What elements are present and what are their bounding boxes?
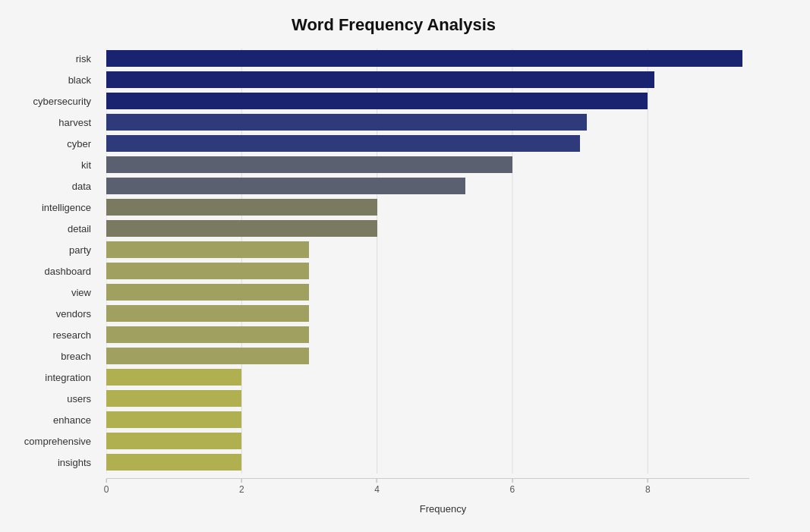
- bar-label: kit: [8, 159, 99, 171]
- bar-label: users: [8, 393, 99, 405]
- bar: [106, 220, 377, 237]
- bar: [106, 50, 742, 67]
- bar-label: vendors: [8, 308, 99, 320]
- bar: [106, 390, 241, 407]
- tick-label: 8: [645, 484, 651, 495]
- bar-label: integration: [8, 372, 99, 383]
- bar-label: intelligence: [8, 202, 99, 213]
- bar-row: black: [106, 70, 749, 90]
- bar-label: dashboard: [8, 266, 99, 277]
- bar: [106, 93, 648, 109]
- bar-label: detail: [8, 223, 99, 235]
- bar: [106, 263, 309, 279]
- x-axis-label: Frequency: [106, 503, 780, 515]
- bar-label: data: [8, 181, 99, 192]
- bar-row: vendors: [106, 304, 749, 323]
- bar-row: integration: [106, 367, 749, 387]
- tick-label: 0: [104, 484, 109, 495]
- bar: [106, 241, 309, 258]
- bar-row: users: [106, 389, 749, 408]
- bar: [106, 71, 654, 88]
- bar-label: risk: [8, 53, 99, 65]
- bar-row: view: [106, 282, 749, 302]
- bar-label: view: [8, 287, 99, 298]
- bar: [106, 135, 580, 152]
- bar: [106, 305, 309, 322]
- bar-row: breach: [106, 346, 749, 366]
- bar-row: research: [106, 325, 749, 345]
- bar-row: kit: [106, 155, 749, 175]
- tick-line: [241, 479, 242, 483]
- bar: [106, 454, 241, 471]
- bar: [106, 284, 309, 301]
- x-tick: 8: [645, 479, 651, 495]
- x-ticks: 02468: [106, 479, 749, 496]
- x-tick: 6: [510, 479, 515, 495]
- bar-label: harvest: [8, 117, 99, 128]
- bars-area: riskblackcybersecurityharvestcyberkitdat…: [106, 49, 749, 474]
- bar-label: party: [8, 244, 99, 256]
- bar: [106, 156, 512, 173]
- tick-label: 2: [239, 484, 244, 495]
- bar-row: harvest: [106, 112, 749, 132]
- bar-row: detail: [106, 219, 749, 238]
- bar: [106, 433, 241, 449]
- bar-row: insights: [106, 452, 749, 472]
- bar: [106, 411, 241, 428]
- bar-label: research: [8, 329, 99, 341]
- bar-row: risk: [106, 49, 749, 68]
- bar-label: enhance: [8, 414, 99, 426]
- bar-row: enhance: [106, 410, 749, 430]
- chart-title: Word Frequency Analysis: [8, 15, 780, 35]
- bar: [106, 369, 241, 386]
- bar-row: dashboard: [106, 261, 749, 281]
- bar-row: cyber: [106, 134, 749, 153]
- bar: [106, 326, 309, 343]
- bar-label: comprehensive: [8, 436, 99, 447]
- chart-container: Word Frequency Analysis riskblackcyberse…: [0, 0, 810, 532]
- bar-label: black: [8, 74, 99, 86]
- tick-label: 6: [510, 484, 515, 495]
- bar: [106, 178, 465, 194]
- bar-row: comprehensive: [106, 431, 749, 451]
- bar: [106, 114, 587, 131]
- bar-row: cybersecurity: [106, 91, 749, 111]
- bar-label: cybersecurity: [8, 96, 99, 107]
- x-tick: 4: [374, 479, 380, 495]
- bar-label: insights: [8, 457, 99, 468]
- bar-row: data: [106, 176, 749, 196]
- bar: [106, 348, 309, 364]
- bar-row: party: [106, 240, 749, 260]
- tick-line: [648, 479, 648, 483]
- tick-line: [106, 479, 107, 483]
- x-tick: 0: [104, 479, 109, 495]
- bar-label: cyber: [8, 138, 99, 150]
- tick-line: [512, 479, 512, 483]
- tick-line: [377, 479, 377, 483]
- x-tick: 2: [239, 479, 244, 495]
- bar-label: breach: [8, 351, 99, 362]
- x-axis-area: 02468: [106, 478, 749, 496]
- bar-row: intelligence: [106, 197, 749, 217]
- tick-label: 4: [374, 484, 380, 495]
- bar: [106, 199, 377, 216]
